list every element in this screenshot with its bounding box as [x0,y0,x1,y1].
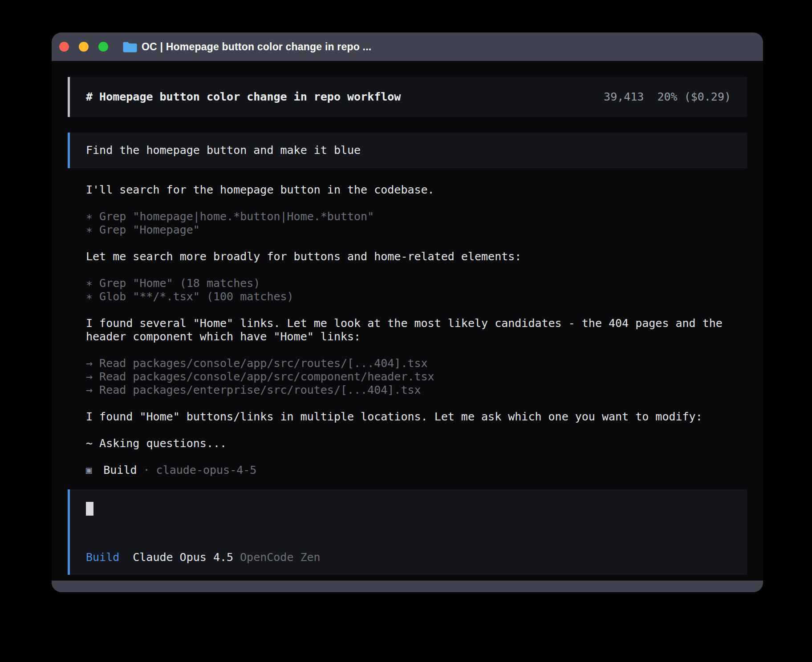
user-message-text: Find the homepage button and make it blu… [86,144,361,157]
agent-separator: · [143,464,150,477]
token-count: 39,413 [604,90,644,104]
assistant-text: I'll search for the homepage button in t… [86,183,747,197]
agent-icon: ▣ [86,464,92,477]
traffic-lights [59,42,108,52]
titlebar: OC | Homepage button color change in rep… [52,32,763,61]
tool-call-glob: ∗ Glob "**/*.tsx" (100 matches) [86,290,747,303]
tool-call-read: → Read packages/console/app/src/routes/[… [86,357,747,370]
tool-call-group: → Read packages/console/app/src/routes/[… [86,357,747,397]
context-usage: 20% ($0.29) [657,90,731,104]
session-header: # Homepage button color change in repo w… [68,77,747,117]
close-button[interactable] [59,42,69,52]
tool-call-group: ∗ Grep "Home" (18 matches) ∗ Glob "**/*.… [86,277,747,303]
window-bottom-edge [52,581,763,592]
assistant-text: I found several "Home" links. Let me loo… [86,317,747,343]
assistant-text: I found "Home" buttons/links in multiple… [86,410,747,424]
input-meta: Build Claude Opus 4.5 OpenCode Zen [86,551,731,564]
terminal-window: OC | Homepage button color change in rep… [52,32,763,592]
model-label: Claude Opus 4.5 [133,551,233,564]
agent-model: claude-opus-4-5 [156,464,257,477]
terminal-view: # Homepage button color change in repo w… [52,61,763,581]
tool-call-grep: ∗ Grep "Home" (18 matches) [86,277,747,290]
assistant-text: Let me search more broadly for buttons a… [86,250,747,263]
tool-call-grep: ∗ Grep "homepage|home.*button|Home.*butt… [86,210,747,223]
folder-icon [123,41,137,52]
window-title: OC | Homepage button color change in rep… [142,41,371,53]
session-title: # Homepage button color change in repo w… [86,90,401,104]
user-message: Find the homepage button and make it blu… [68,133,747,168]
session-stats: 39,413 20% ($0.29) [604,90,731,104]
agent-mode-label: Build [86,551,119,564]
agent-status-line: ▣ Build · claude-opus-4-5 [86,464,747,477]
prompt-input[interactable]: Build Claude Opus 4.5 OpenCode Zen [68,489,747,575]
conversation: I'll search for the homepage button in t… [68,183,747,477]
provider-label: OpenCode Zen [240,551,321,564]
tool-call-read: → Read packages/console/app/src/componen… [86,370,747,383]
zoom-button[interactable] [98,42,108,52]
tool-call-group: ∗ Grep "homepage|home.*button|Home.*butt… [86,210,747,237]
text-cursor [86,502,93,516]
minimize-button[interactable] [79,42,89,52]
tool-call-grep: ∗ Grep "Homepage" [86,223,747,237]
tool-call-read: → Read packages/enterprise/src/routes/[.… [86,383,747,397]
assistant-status-text: ~ Asking questions... [86,437,747,450]
agent-name: Build [103,464,137,477]
